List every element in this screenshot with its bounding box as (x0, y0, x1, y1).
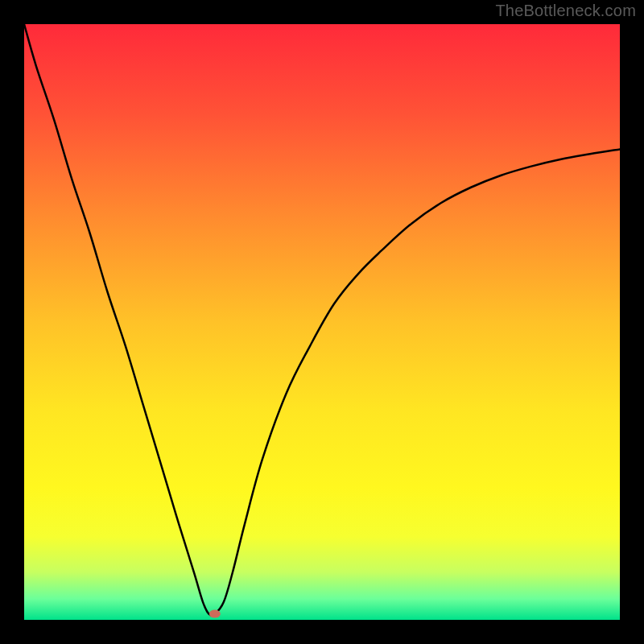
chart-frame: TheBottleneck.com (0, 0, 644, 644)
watermark-text: TheBottleneck.com (495, 2, 636, 20)
vertex-marker (209, 610, 221, 618)
chart-svg (24, 24, 620, 620)
plot-area (24, 24, 620, 620)
